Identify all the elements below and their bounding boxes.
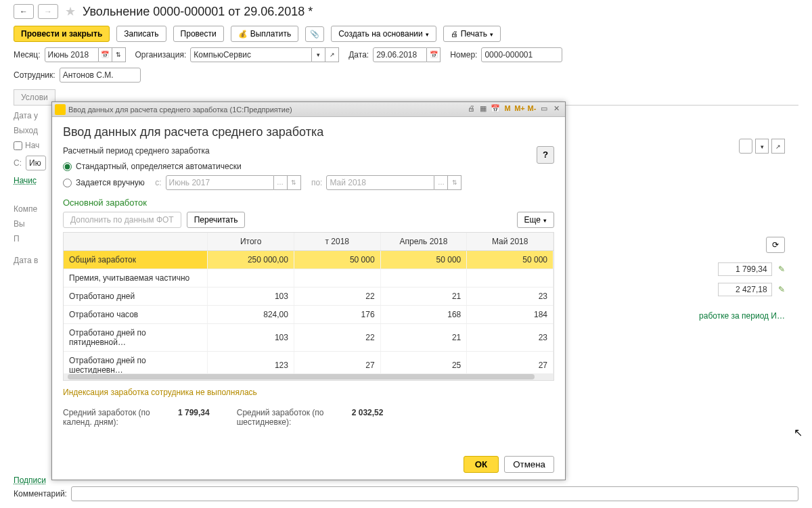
pencil-icon[interactable]: ✎ <box>778 264 785 274</box>
nav-forward-button[interactable] <box>38 4 58 19</box>
period-from-input: Июнь 2017 <box>166 175 274 190</box>
cancel-button[interactable]: Отмена <box>504 456 554 473</box>
recalc-button[interactable]: Перечитать <box>187 212 246 228</box>
radio-auto[interactable] <box>63 162 72 171</box>
modal-titlebar[interactable]: Ввод данных для расчета среднего заработ… <box>52 102 565 117</box>
to-lbl: по: <box>311 178 323 187</box>
tb-calendar-icon[interactable]: 📅 <box>489 104 501 115</box>
help-button[interactable]: ? <box>537 146 554 164</box>
chevron-down-icon <box>490 29 493 39</box>
spinner-icon[interactable] <box>112 47 126 62</box>
print-button[interactable]: Печать <box>443 26 501 42</box>
table-cell[interactable]: 103 <box>208 287 294 306</box>
modal-heading: Ввод данных для расчета среднего заработ… <box>63 125 554 139</box>
ellipsis-icon: … <box>434 175 448 190</box>
tab-conditions[interactable]: Услови <box>14 89 55 105</box>
table-cell[interactable]: 23 <box>467 287 554 306</box>
add-fot-button: Дополнить по данным ФОТ <box>63 212 181 228</box>
table-cell[interactable]: 168 <box>380 306 467 324</box>
calc-checkbox[interactable] <box>14 141 22 150</box>
earnings-table[interactable]: Итогот 2018Апрель 2018Май 2018Общий зара… <box>63 232 554 381</box>
open-icon[interactable] <box>771 139 785 154</box>
number-input[interactable]: 0000-000001 <box>481 47 562 62</box>
table-cell[interactable] <box>467 269 554 287</box>
table-cell[interactable]: 21 <box>380 324 467 352</box>
employee-input[interactable]: Антонов С.М. <box>60 68 141 83</box>
radio-auto-label: Стандартный, определяется автоматически <box>76 162 242 171</box>
spinner-icon <box>448 175 461 190</box>
pencil-icon[interactable]: ✎ <box>778 285 785 294</box>
chevron-down-icon <box>426 29 429 39</box>
table-row-label: Отработано дней по пятидневной… <box>64 324 208 352</box>
table-cell[interactable] <box>208 269 294 287</box>
table-row-label: Общий заработок <box>64 251 208 269</box>
table-cell[interactable]: 22 <box>294 287 380 306</box>
table-cell[interactable]: 21 <box>380 287 467 306</box>
date-v-label: Дата в <box>14 256 38 265</box>
table-cell[interactable]: 103 <box>208 324 294 352</box>
period-to-input: Май 2018 <box>326 175 434 190</box>
aux-input[interactable] <box>739 139 752 154</box>
table-cell[interactable]: 250 000,00 <box>208 251 294 269</box>
table-cell[interactable]: 50 000 <box>467 251 554 269</box>
calendar-icon[interactable] <box>427 47 441 62</box>
truncated-link[interactable]: работке за период И… <box>699 311 785 321</box>
table-cell[interactable]: 22 <box>294 324 380 352</box>
modal-titlebar-text: Ввод данных для расчета среднего заработ… <box>68 106 292 114</box>
month-input[interactable]: Июнь 2018 <box>45 47 99 62</box>
pay-button[interactable]: Выплатить <box>231 26 299 42</box>
write-button[interactable]: Записать <box>116 26 166 42</box>
from-lbl: с: <box>155 178 161 187</box>
tb-print-icon[interactable]: 🖨 <box>465 104 477 115</box>
dropdown-icon[interactable] <box>755 139 769 154</box>
dropdown-icon[interactable] <box>312 47 325 62</box>
create-based-button[interactable]: Создать на основании <box>331 26 436 42</box>
tb-table-icon[interactable]: ▦ <box>477 104 489 115</box>
attach-button[interactable] <box>305 26 324 42</box>
calendar-icon[interactable] <box>99 47 112 62</box>
table-cell[interactable]: 23 <box>467 324 554 352</box>
radio-manual-label: Задается вручную <box>76 178 145 187</box>
comment-input[interactable] <box>71 486 798 501</box>
memory-mminus-button[interactable]: M- <box>526 104 538 115</box>
from-input[interactable]: Ию <box>26 156 46 170</box>
ellipsis-icon: … <box>274 175 288 190</box>
ok-button[interactable]: ОК <box>464 456 499 473</box>
print-icon <box>451 29 458 39</box>
date-input[interactable]: 29.06.2018 <box>373 47 427 62</box>
table-cell[interactable]: 176 <box>294 306 380 324</box>
date-label: Дата: <box>348 50 369 60</box>
favorite-star-icon[interactable]: ★ <box>65 4 76 19</box>
post-and-close-button[interactable]: Провести и закрыть <box>14 26 110 42</box>
table-cell[interactable]: 50 000 <box>294 251 380 269</box>
close-button[interactable]: ✕ <box>550 104 562 115</box>
refresh-button[interactable] <box>766 237 785 253</box>
table-cell[interactable]: 824,00 <box>208 306 294 324</box>
nav-back-button[interactable] <box>14 4 34 19</box>
signatures-link[interactable]: Подписи <box>14 476 46 485</box>
table-cell[interactable]: 50 000 <box>380 251 467 269</box>
post-button[interactable]: Провести <box>173 26 224 42</box>
org-input[interactable]: КомпьюСервис <box>190 47 312 62</box>
open-icon[interactable] <box>325 47 339 62</box>
table-cell[interactable] <box>294 269 380 287</box>
weekend-label: Выход <box>14 126 38 135</box>
pr-label: П <box>14 234 20 244</box>
memory-m-button[interactable]: M <box>501 104 514 115</box>
wage-label: Вы <box>14 219 25 229</box>
page-title: Увольнение 0000-000001 от 29.06.2018 * <box>83 5 313 19</box>
radio-manual[interactable] <box>63 179 72 187</box>
average-earnings-modal: Ввод данных для расчета среднего заработ… <box>51 101 566 480</box>
table-cell[interactable] <box>380 269 467 287</box>
table-cell[interactable]: 184 <box>467 306 554 324</box>
employee-label: Сотрудник: <box>14 70 55 80</box>
more-button[interactable]: Еще <box>517 212 554 228</box>
calc-link[interactable]: Начис <box>14 176 37 185</box>
comment-label: Комментарий: <box>14 489 67 499</box>
cursor-icon: ↖ <box>794 426 803 439</box>
value-box-2: 2 427,18 <box>718 283 772 296</box>
horizontal-scrollbar[interactable] <box>64 373 554 380</box>
memory-mplus-button[interactable]: M+ <box>514 104 526 115</box>
avg-calendar-value: 1 799,34 <box>178 408 210 427</box>
minimize-button[interactable]: ▭ <box>538 104 550 115</box>
